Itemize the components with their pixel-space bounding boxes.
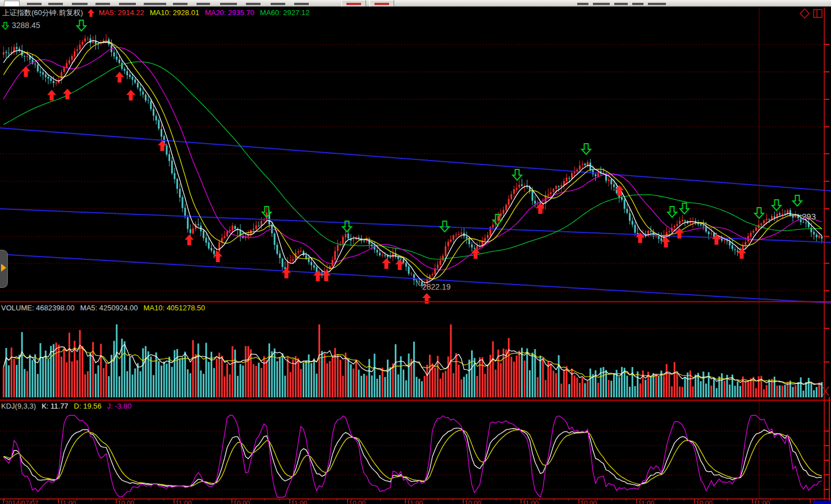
- low-price-label: 2822.19: [422, 282, 451, 291]
- svg-text:10:00: 10:00: [696, 500, 713, 504]
- scroll-corner: [813, 501, 831, 504]
- ma-lines-layer: [3, 40, 821, 283]
- chart-corner-icons: [799, 8, 825, 19]
- trading-app-window: 2014/07/0711:0010:0011:0010:0011:0010:00…: [0, 0, 831, 504]
- kdj-k-value: K: 11.77: [42, 402, 68, 410]
- svg-text:2014/07/07: 2014/07/07: [4, 500, 38, 504]
- chart-canvas[interactable]: 2014/07/0711:0010:0011:0010:0011:0010:00…: [0, 0, 831, 504]
- svg-text:10:00: 10:00: [464, 500, 481, 504]
- volume-ma10-value: MA10: 4051278.50: [143, 304, 205, 312]
- volume-value: VOLUME: 4682398.00: [1, 304, 75, 312]
- svg-text:11:00: 11:00: [522, 500, 538, 504]
- svg-text:11:00: 11:00: [175, 500, 191, 504]
- x-axis-labels: 2014/07/0711:0010:0011:0010:0011:0010:00…: [3, 499, 828, 504]
- up-arrow-icon: [88, 9, 94, 17]
- svg-text:11:00: 11:00: [754, 500, 770, 504]
- instrument-title: 上证指数(60分钟.前复权): [2, 8, 83, 17]
- diamond-icon[interactable]: [800, 9, 809, 18]
- high-price-row: 3288.45: [2, 21, 40, 30]
- trendlines-layer: [0, 128, 831, 303]
- svg-text:11:00: 11:00: [291, 500, 307, 504]
- signal-arrows-layer: [21, 20, 802, 304]
- svg-text:11:00: 11:00: [60, 500, 76, 504]
- svg-text:10:00: 10:00: [349, 500, 366, 504]
- main-chart-header: 上证指数(60分钟.前复权) MA5: 2914.22 MA10: 2928.0…: [2, 8, 309, 17]
- kdj-j-value: J: -3.80: [107, 402, 131, 410]
- ma60-value: MA60: 2927.12: [260, 8, 309, 17]
- green-down-arrow-icon: [2, 22, 9, 30]
- volume-bars-layer: [3, 324, 823, 397]
- kdj-layer: [3, 415, 821, 497]
- candles-layer: [3, 34, 823, 288]
- svg-text:11:00: 11:00: [407, 500, 423, 504]
- panel-expander-tab[interactable]: [0, 250, 8, 288]
- volume-panel-header: VOLUME: 4682398.00 MA5: 4250924.00 MA10:…: [1, 304, 205, 312]
- svg-text:11:00: 11:00: [638, 500, 654, 504]
- svg-text:10:00: 10:00: [233, 500, 250, 504]
- gridlines-layer: [0, 8, 824, 499]
- ma20-value: MA20: 2935.70: [205, 8, 254, 17]
- kdj-d-value: D: 19.56: [74, 402, 102, 410]
- high-price-label: 3288.45: [12, 21, 40, 30]
- svg-text:10:00: 10:00: [117, 500, 134, 504]
- kdj-panel-header: KDJ(9,3,3) K: 11.77 D: 19.56 J: -3.80: [1, 402, 131, 410]
- volume-ma5-value: MA5: 4250924.00: [80, 304, 138, 312]
- kdj-indicator-label: KDJ(9,3,3): [1, 402, 36, 410]
- axes-layer: [0, 8, 831, 501]
- right-edge-price-label: 293: [802, 212, 816, 221]
- ma10-value: MA10: 2928.01: [150, 8, 199, 17]
- kdj-selected-border: [829, 397, 830, 504]
- split-window-icon[interactable]: [814, 10, 822, 17]
- svg-text:10:00: 10:00: [580, 500, 597, 504]
- close-volume-panel-icon[interactable]: [821, 386, 830, 397]
- ma5-value: MA5: 2914.22: [99, 8, 144, 17]
